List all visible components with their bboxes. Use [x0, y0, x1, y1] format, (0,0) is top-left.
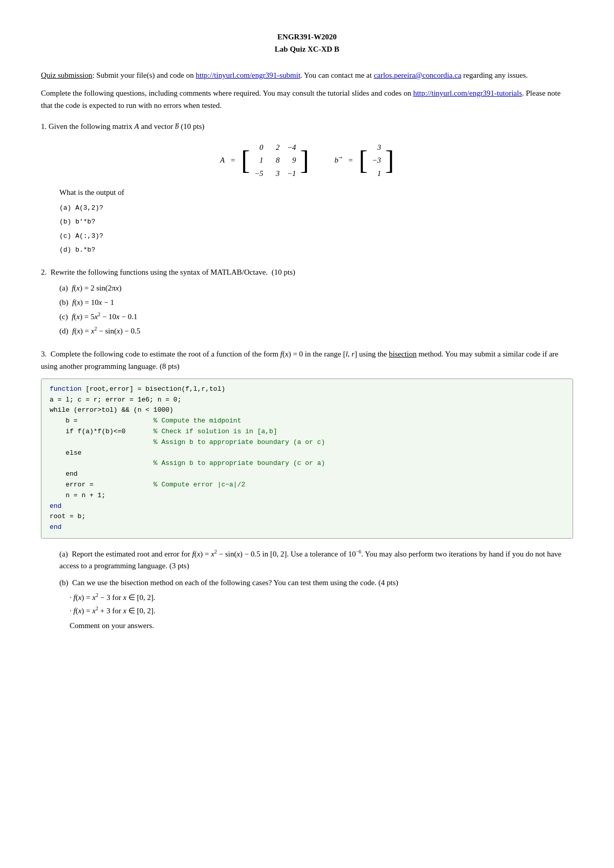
tutorial-url[interactable]: http://tinyurl.com/engr391-tutorials: [413, 89, 522, 97]
bracket-left-b: [: [359, 147, 367, 174]
vec-row-3: 1: [372, 168, 381, 180]
q3-sub-b: (b) Can we use the bisection method on e…: [59, 577, 573, 632]
bracket-right-A: ]: [300, 147, 309, 174]
vec-cell-2: 1: [372, 168, 381, 180]
instructions-text: Complete the following questions, includ…: [41, 89, 413, 97]
cell-0-1: 2: [271, 142, 280, 153]
submission-paragraph: Quiz submission: Submit your file(s) and…: [41, 70, 573, 81]
q2-part-c: (c) f(x) = 5x2 − 10x − 0.1: [59, 310, 573, 323]
vec-cell-1: −3: [372, 154, 381, 166]
cell-1-0: 1: [254, 154, 264, 166]
cell-2-0: −5: [254, 168, 264, 180]
q3-sub-a: (a) Report the estimated root and error …: [59, 548, 573, 572]
submission-label: Quiz submission: [41, 71, 92, 79]
matrix-A-values: 0 2 −4 1 8 9 −5 3 −1: [254, 142, 296, 180]
cell-0-0: 0: [254, 142, 264, 153]
q2-part-a: (a) f(x) = 2 sin(2πx): [59, 282, 573, 294]
q2-heading: 2. Rewrite the following functions using…: [41, 266, 573, 278]
q3-subparts: (a) Report the estimated root and error …: [41, 548, 573, 632]
question-2: 2. Rewrite the following functions using…: [41, 266, 573, 337]
vec-row-1: 3: [372, 142, 381, 153]
intro-block: Quiz submission: Submit your file(s) and…: [41, 70, 573, 112]
contact-email[interactable]: carlos.pereira@concordia.ca: [374, 71, 461, 79]
cell-0-2: −4: [287, 142, 296, 153]
q1-part-a: (a) A(3,2)?: [59, 202, 573, 213]
vec-cell-0: 3: [372, 142, 381, 153]
submission-suffix: . You can contact me at: [300, 71, 374, 79]
q1-heading: 1. Given the following matrix A and vect…: [41, 121, 573, 132]
submission-url[interactable]: http://tinyurl.com/engr391-submit: [195, 71, 300, 79]
question-3: 3. Complete the following code to estima…: [41, 348, 573, 632]
matrix-row-1: 0 2 −4: [254, 142, 296, 153]
vector-b-label: b: [335, 154, 339, 166]
matrix-row-3: −5 3 −1: [254, 168, 296, 180]
matrix-A-equation: A = [ 0 2 −4 1 8 9 −5 3 −1: [220, 142, 309, 180]
cell-1-1: 8: [271, 154, 280, 166]
q2-parts: (a) f(x) = 2 sin(2πx) (b) f(x) = 10x − 1…: [41, 282, 573, 337]
q3-case-2: f(x) = x2 + 3 for x ∈ [0, 2].: [70, 605, 573, 617]
bracket-right-b: ]: [385, 147, 394, 174]
q1-part-b: (b) b'*b?: [59, 215, 573, 227]
question-1: 1. Given the following matrix A and vect…: [41, 121, 573, 255]
contact-suffix: regarding any issues.: [462, 71, 528, 79]
q1-parts: (a) A(3,2)? (b) b'*b? (c) A(:,3)? (d) b.…: [41, 202, 573, 255]
title-line1: ENGR391-W2020: [41, 31, 573, 43]
matrix-display: A = [ 0 2 −4 1 8 9 −5 3 −1: [41, 142, 573, 180]
vector-b-values: 3 −3 1: [372, 142, 381, 180]
title-line2: Lab Quiz XC-XD B: [41, 43, 573, 55]
q3-case-1: f(x) = x2 − 3 for x ∈ [0, 2].: [70, 591, 573, 604]
q2-part-d: (d) f(x) = x2 − sin(x) − 0.5: [59, 325, 573, 337]
code-block: function [root,error] = bisection(f,l,r,…: [41, 379, 573, 539]
matrix-row-2: 1 8 9: [254, 154, 296, 166]
cell-2-2: −1: [287, 168, 296, 180]
equals-sign-2: =: [346, 154, 355, 166]
cell-1-2: 9: [287, 154, 296, 166]
vector-b-equation: b⃗ = [ 3 −3 1 ]: [335, 142, 394, 180]
q2-part-b: (b) f(x) = 10x − 1: [59, 297, 573, 308]
vec-row-2: −3: [372, 154, 381, 166]
q1-number: 1.: [41, 122, 49, 130]
q1-part-c: (c) A(:,3)?: [59, 230, 573, 241]
q3-cases: f(x) = x2 − 3 for x ∈ [0, 2]. f(x) = x2 …: [59, 591, 573, 617]
q1-part-d: (d) b.*b?: [59, 243, 573, 255]
cell-2-1: 3: [271, 168, 280, 180]
q3-comment-prompt: Comment on your answers.: [59, 620, 573, 632]
instructions-paragraph: Complete the following questions, includ…: [41, 87, 573, 112]
q1-text: Given the following matrix A and vector …: [49, 122, 205, 130]
matrix-A-label: A: [220, 154, 225, 166]
page-title: ENGR391-W2020 Lab Quiz XC-XD B: [41, 31, 573, 55]
bracket-left-A: [: [241, 147, 250, 174]
equals-sign-1: =: [229, 154, 237, 166]
q3-heading: 3. Complete the following code to estima…: [41, 348, 573, 372]
submission-text: : Submit your file(s) and code on: [92, 71, 195, 79]
q1-output-text: What is the output of: [41, 187, 573, 198]
